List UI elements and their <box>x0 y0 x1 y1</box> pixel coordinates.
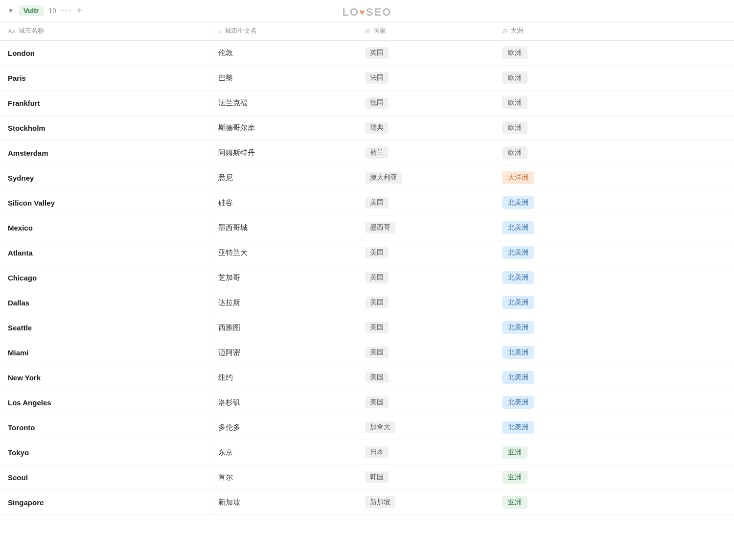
cell-country: 法国 <box>357 66 494 90</box>
cell-continent: 北美洲 <box>494 415 631 440</box>
cell-city-name: Sydney <box>0 165 210 190</box>
country-badge[interactable]: 瑞典 <box>365 122 389 134</box>
table-row[interactable]: Amsterdam 阿姆斯特丹 荷兰 欧洲 <box>0 140 734 165</box>
country-badge[interactable]: 美国 <box>365 272 389 283</box>
continent-badge[interactable]: 欧洲 <box>502 47 528 59</box>
cell-chinese-name: 巴黎 <box>210 66 357 90</box>
cell-city-name: Amsterdam <box>0 140 210 165</box>
col-header-chinese[interactable]: ≡ 城市中文名 <box>210 22 357 40</box>
table-row[interactable]: Los Angeles 洛杉矶 美国 北美洲 <box>0 390 734 415</box>
continent-badge[interactable]: 北美洲 <box>502 346 534 359</box>
col-header-name[interactable]: Aa 城市名称 <box>0 22 210 40</box>
cell-country: 新加坡 <box>357 490 494 514</box>
cell-chinese-name: 悉尼 <box>210 165 357 190</box>
country-badge[interactable]: 英国 <box>365 47 389 59</box>
table-row[interactable]: Seattle 西雅图 美国 北美洲 <box>0 315 734 340</box>
table-row[interactable]: Sydney 悉尼 澳大利亚 大洋洲 <box>0 165 734 190</box>
table-row[interactable]: Dallas 达拉斯 美国 北美洲 <box>0 290 734 315</box>
table-row[interactable]: Paris 巴黎 法国 欧洲 <box>0 66 734 91</box>
continent-badge[interactable]: 北美洲 <box>502 296 534 309</box>
cell-country: 荷兰 <box>357 140 494 165</box>
country-badge[interactable]: 美国 <box>365 297 389 308</box>
database-label[interactable]: Vultr <box>19 5 44 16</box>
country-badge[interactable]: 墨西哥 <box>365 222 395 233</box>
cell-chinese-name: 纽约 <box>210 365 357 390</box>
col-header-continent[interactable]: ⊙ 大洲 <box>494 22 631 40</box>
table-row[interactable]: Toronto 多伦多 加拿大 北美洲 <box>0 415 734 440</box>
continent-badge[interactable]: 亚洲 <box>502 446 528 459</box>
table-row[interactable]: Tokyo 东京 日本 亚洲 <box>0 440 734 465</box>
continent-badge[interactable]: 北美洲 <box>502 221 534 234</box>
continent-badge[interactable]: 亚洲 <box>502 471 528 484</box>
table-row[interactable]: Seoul 首尔 韩国 亚洲 <box>0 465 734 490</box>
expand-icon[interactable]: ▼ <box>8 7 14 14</box>
continent-badge[interactable]: 北美洲 <box>502 196 534 209</box>
continent-badge[interactable]: 欧洲 <box>502 96 528 109</box>
cell-country: 美国 <box>357 290 494 315</box>
country-badge[interactable]: 美国 <box>365 397 389 408</box>
col-header-country[interactable]: ⊙ 国家 <box>357 22 494 40</box>
country-badge[interactable]: 美国 <box>365 247 389 258</box>
country-badge[interactable]: 澳大利亚 <box>365 172 402 184</box>
table-row[interactable]: Singapore 新加坡 新加坡 亚洲 <box>0 490 734 515</box>
continent-badge[interactable]: 北美洲 <box>502 321 534 334</box>
continent-badge[interactable]: 北美洲 <box>502 396 534 409</box>
table-row[interactable]: Frankfurt 法兰克福 德国 欧洲 <box>0 91 734 116</box>
continent-badge[interactable]: 亚洲 <box>502 496 528 509</box>
table-row[interactable]: Stockholm 斯德哥尔摩 瑞典 欧洲 <box>0 116 734 140</box>
col-label-continent: 大洲 <box>510 26 523 35</box>
cell-city-name: Silicon Valley <box>0 190 210 215</box>
cell-continent: 欧洲 <box>494 116 631 140</box>
cell-continent: 北美洲 <box>494 265 631 290</box>
cell-continent: 北美洲 <box>494 290 631 315</box>
table-row[interactable]: Chicago 芝加哥 美国 北美洲 <box>0 265 734 290</box>
country-badge[interactable]: 新加坡 <box>365 496 395 508</box>
continent-badge[interactable]: 北美洲 <box>502 421 534 434</box>
table-row[interactable]: Mexico 墨西哥城 墨西哥 北美洲 <box>0 215 734 240</box>
cell-country: 韩国 <box>357 465 494 490</box>
country-badge[interactable]: 日本 <box>365 446 389 458</box>
cell-chinese-name: 伦敦 <box>210 41 357 65</box>
continent-badge[interactable]: 欧洲 <box>502 146 528 159</box>
cell-continent: 亚洲 <box>494 490 631 514</box>
cell-chinese-name: 硅谷 <box>210 190 357 215</box>
country-badge[interactable]: 美国 <box>365 322 389 333</box>
continent-badge[interactable]: 欧洲 <box>502 121 528 134</box>
cell-continent: 北美洲 <box>494 340 631 365</box>
select-icon-continent: ⊙ <box>502 27 507 35</box>
cell-city-name: Paris <box>0 66 210 90</box>
country-badge[interactable]: 德国 <box>365 97 389 109</box>
country-badge[interactable]: 法国 <box>365 72 389 84</box>
country-badge[interactable]: 美国 <box>365 197 389 209</box>
cell-country: 墨西哥 <box>357 215 494 240</box>
watermark-lo: LO <box>343 6 360 19</box>
watermark: LO♥SEO <box>343 6 392 19</box>
continent-badge[interactable]: 北美洲 <box>502 246 534 259</box>
country-badge[interactable]: 荷兰 <box>365 147 389 159</box>
cell-country: 日本 <box>357 440 494 465</box>
continent-badge[interactable]: 欧洲 <box>502 71 528 84</box>
continent-badge[interactable]: 北美洲 <box>502 271 534 284</box>
cell-city-name: Stockholm <box>0 116 210 140</box>
country-badge[interactable]: 加拿大 <box>365 421 395 433</box>
continent-badge[interactable]: 北美洲 <box>502 371 534 384</box>
table-row[interactable]: London 伦敦 英国 欧洲 <box>0 41 734 66</box>
top-bar: ▼ Vultr 19 ··· + LO♥SEO <box>0 0 734 22</box>
table-row[interactable]: Atlanta 亚特兰大 美国 北美洲 <box>0 240 734 265</box>
country-badge[interactable]: 韩国 <box>365 471 389 483</box>
country-badge[interactable]: 美国 <box>365 347 389 358</box>
add-record-button[interactable]: + <box>76 5 82 16</box>
cell-chinese-name: 东京 <box>210 440 357 465</box>
cell-chinese-name: 阿姆斯特丹 <box>210 140 357 165</box>
cell-city-name: Los Angeles <box>0 390 210 415</box>
table-row[interactable]: New York 纽约 美国 北美洲 <box>0 365 734 390</box>
continent-badge[interactable]: 大洋洲 <box>502 171 534 184</box>
record-count: 19 <box>48 7 56 15</box>
more-options-button[interactable]: ··· <box>61 5 71 16</box>
cell-country: 美国 <box>357 390 494 415</box>
table-row[interactable]: Miami 迈阿密 美国 北美洲 <box>0 340 734 365</box>
cell-chinese-name: 亚特兰大 <box>210 240 357 265</box>
table-row[interactable]: Silicon Valley 硅谷 美国 北美洲 <box>0 190 734 215</box>
cell-city-name: New York <box>0 365 210 390</box>
country-badge[interactable]: 美国 <box>365 372 389 383</box>
